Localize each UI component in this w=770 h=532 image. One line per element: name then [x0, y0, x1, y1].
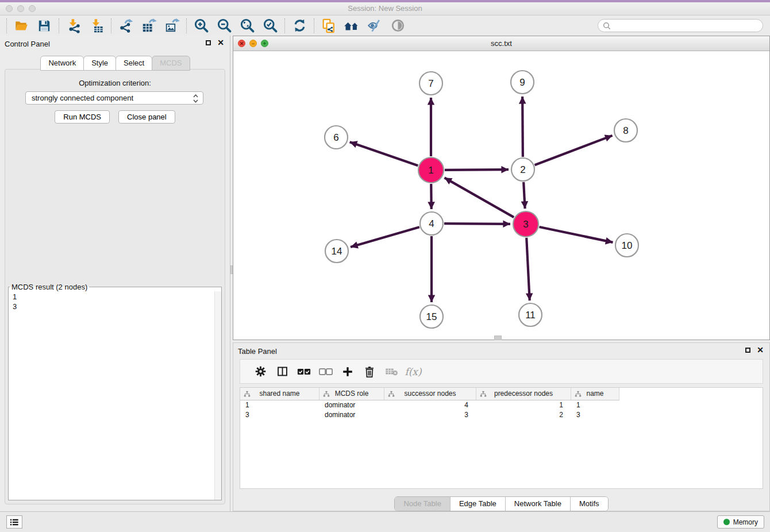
graph-node-8[interactable]: 8 — [614, 119, 637, 142]
zoom-window-button[interactable] — [29, 5, 36, 12]
table-cell[interactable]: 2 — [476, 410, 571, 420]
graph-node-3[interactable]: 3 — [513, 211, 538, 237]
zoom-in-button[interactable] — [190, 17, 213, 34]
graph-node-10[interactable]: 10 — [615, 234, 638, 257]
float-panel-icon[interactable] — [206, 40, 211, 45]
table-cell[interactable]: 1 — [571, 400, 619, 410]
graph-node-2[interactable]: 2 — [511, 158, 534, 181]
column-header-successor-nodes[interactable]: successor nodes — [384, 388, 476, 400]
export-table-button[interactable] — [137, 17, 160, 34]
control-panel-header: Control Panel ✕ — [0, 36, 230, 51]
column-header-predecessor-nodes[interactable]: predecessor nodes — [476, 388, 571, 400]
export-image-button[interactable] — [160, 17, 183, 34]
close-panel-icon[interactable]: ✕ — [217, 40, 224, 45]
minimize-window-button[interactable] — [17, 5, 24, 12]
graph-edge-1-2[interactable] — [445, 169, 509, 170]
double-home-icon — [343, 18, 360, 33]
table-row[interactable]: 1dominator411 — [240, 400, 763, 410]
horizontal-splitter-handle[interactable] — [494, 336, 502, 340]
close-window-button[interactable] — [6, 5, 13, 12]
column-header-name[interactable]: name — [571, 388, 619, 400]
tab-mcds[interactable]: MCDS — [152, 56, 190, 71]
import-table-button[interactable] — [85, 17, 108, 34]
search-input[interactable] — [611, 21, 763, 31]
mcds-result-title: MCDS result (2 nodes) — [10, 283, 89, 291]
control-panel-tabs: NetworkStyleSelectMCDS — [0, 56, 230, 71]
main-toolbar — [0, 16, 770, 36]
graph-edge-2-8[interactable] — [535, 136, 613, 165]
graph-node-9[interactable]: 9 — [511, 71, 534, 94]
graph-edge-3-11[interactable] — [526, 238, 530, 300]
zoom-selected-button[interactable] — [259, 17, 282, 34]
result-scrollbar[interactable] — [214, 291, 221, 500]
network-maximize-button[interactable]: + — [261, 40, 268, 47]
save-session-button[interactable] — [33, 17, 56, 34]
open-session-button[interactable] — [10, 17, 33, 34]
zoom-out-button[interactable] — [213, 17, 236, 34]
network-close-button[interactable]: ✕ — [238, 40, 245, 47]
tab-style[interactable]: Style — [83, 56, 116, 71]
table-cell[interactable]: dominator — [319, 410, 384, 420]
zoom-fit-button[interactable] — [236, 17, 259, 34]
graph-node-4[interactable]: 4 — [420, 212, 443, 235]
refresh-layout-button[interactable] — [288, 17, 311, 34]
duplicate-network-button[interactable] — [317, 17, 340, 34]
table-cell[interactable]: 3 — [240, 410, 319, 420]
table-cell[interactable]: 3 — [384, 410, 476, 420]
deselect-all-button[interactable] — [315, 367, 337, 376]
tab-network[interactable]: Network — [40, 56, 84, 71]
neighbors-button[interactable] — [340, 17, 363, 34]
show-all-button[interactable] — [386, 17, 409, 34]
tab-edge-table[interactable]: Edge Table — [451, 497, 506, 511]
graph-node-11[interactable]: 11 — [519, 303, 542, 326]
memory-button[interactable]: Memory — [717, 515, 764, 529]
graph-node-6[interactable]: 6 — [325, 126, 348, 149]
table-cell[interactable]: 1 — [476, 400, 571, 410]
import-network-button[interactable] — [62, 17, 85, 34]
column-header-MCDS-role[interactable]: MCDS role — [319, 388, 384, 400]
graph-edge-2-3[interactable] — [523, 182, 525, 209]
graph-edge-2-9[interactable] — [522, 97, 523, 157]
search-field[interactable] — [598, 19, 763, 32]
select-all-button[interactable] — [293, 367, 315, 376]
create-column-button[interactable] — [337, 365, 359, 378]
export-network-button[interactable] — [114, 17, 137, 34]
column-header-shared-name[interactable]: shared name — [240, 388, 319, 400]
table-tabs: Node TableEdge TableNetwork TableMotifs — [233, 496, 769, 511]
delete-columns-button[interactable] — [359, 365, 380, 378]
criterion-select[interactable]: strongly connected component — [25, 91, 203, 105]
tab-node-table[interactable]: Node Table — [395, 497, 451, 511]
tab-select[interactable]: Select — [116, 56, 152, 71]
graph-edge-1-6[interactable] — [350, 142, 418, 165]
show-columns-button[interactable] — [271, 365, 293, 377]
graph-node-1[interactable]: 1 — [418, 157, 444, 183]
table-cell[interactable]: 1 — [240, 400, 319, 410]
table-cell[interactable]: dominator — [319, 400, 384, 410]
close-panel-button[interactable]: Close panel — [118, 110, 175, 124]
table-cell[interactable]: 3 — [571, 410, 619, 420]
graph-edge-3-1[interactable] — [444, 178, 514, 217]
hide-selected-button[interactable] — [363, 17, 386, 34]
run-mcds-button[interactable]: Run MCDS — [55, 110, 110, 124]
toolbar-separator — [111, 18, 111, 33]
tab-motifs[interactable]: Motifs — [571, 497, 608, 511]
node-table[interactable]: shared nameMCDS rolesuccessor nodesprede… — [240, 387, 763, 489]
graph-node-14[interactable]: 14 — [325, 240, 348, 263]
tab-network-table[interactable]: Network Table — [506, 497, 571, 511]
network-graph[interactable]: 7968124314101511 — [233, 51, 769, 340]
close-panel-icon[interactable]: ✕ — [757, 347, 764, 353]
table-row[interactable]: 3dominator323 — [240, 410, 763, 420]
graph-edge-3-10[interactable] — [539, 227, 613, 242]
table-cell[interactable]: 4 — [384, 400, 476, 410]
task-history-button[interactable] — [6, 515, 22, 529]
graph-node-15[interactable]: 15 — [420, 305, 443, 328]
graph-edge-4-14[interactable] — [351, 227, 419, 247]
app-title: Session: New Session — [0, 2, 770, 14]
network-minimize-button[interactable]: − — [249, 40, 257, 47]
graph-node-7[interactable]: 7 — [419, 72, 442, 95]
table-mode-button[interactable] — [249, 365, 271, 377]
graph-edge-4-3[interactable] — [444, 223, 510, 224]
float-panel-icon[interactable] — [745, 348, 750, 353]
network-window-titlebar[interactable]: ✕ − + scc.txt — [233, 36, 769, 51]
network-canvas[interactable]: 7968124314101511 — [233, 51, 769, 340]
